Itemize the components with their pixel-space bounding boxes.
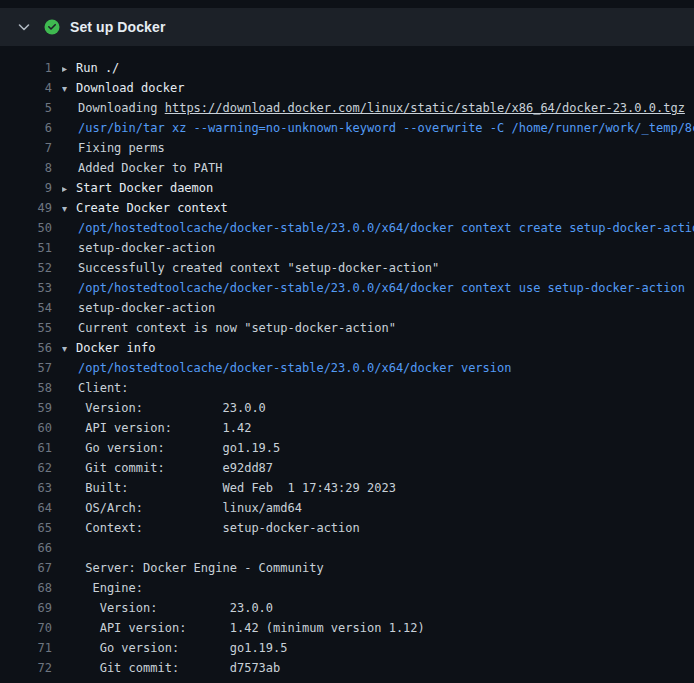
line-number[interactable]: 5 [0,98,62,118]
group-title[interactable]: Docker info [76,341,155,355]
line-number[interactable]: 61 [0,438,62,458]
line-number[interactable]: 59 [0,398,62,418]
log-line[interactable]: 56▾Docker info [0,338,694,358]
collapse-group-icon[interactable]: ▾ [62,199,76,218]
log-line: 67 Server: Docker Engine - Community [0,558,694,578]
log-text: Added Docker to PATH [62,158,694,178]
log-text: API version: 1.42 (minimum version 1.12) [62,618,694,638]
log-line: 64 OS/Arch: linux/amd64 [0,498,694,518]
log-line: 5Downloading https://download.docker.com… [0,98,694,118]
step-title: Set up Docker [70,19,165,35]
line-number[interactable]: 64 [0,498,62,518]
line-number[interactable]: 9 [0,178,62,198]
log-text: Go version: go1.19.5 [62,638,694,658]
log-line: 60 API version: 1.42 [0,418,694,438]
log-line: 50/opt/hostedtoolcache/docker-stable/23.… [0,218,694,238]
log-text: Server: Docker Engine - Community [62,558,694,578]
log-line: 61 Go version: go1.19.5 [0,438,694,458]
log-line: 65 Context: setup-docker-action [0,518,694,538]
line-number[interactable]: 4 [0,78,62,98]
log-text: Version: 23.0.0 [62,398,694,418]
log-text: Version: 23.0.0 [62,598,694,618]
line-number[interactable]: 63 [0,478,62,498]
line-number[interactable]: 53 [0,278,62,298]
collapse-group-icon[interactable]: ▾ [62,79,76,98]
log-text: API version: 1.42 [62,418,694,438]
log-text: Downloading [78,101,165,115]
line-number[interactable]: 65 [0,518,62,538]
log-text: Git commit: d7573ab [62,658,694,678]
line-number[interactable]: 49 [0,198,62,218]
line-number[interactable]: 54 [0,298,62,318]
log-line: 58Client: [0,378,694,398]
line-number[interactable]: 71 [0,638,62,658]
log-line: 57/opt/hostedtoolcache/docker-stable/23.… [0,358,694,378]
line-number[interactable]: 66 [0,538,62,558]
log-line[interactable]: 49▾Create Docker context [0,198,694,218]
line-number[interactable]: 62 [0,458,62,478]
line-number[interactable]: 6 [0,118,62,138]
log-line: 55Current context is now "setup-docker-a… [0,318,694,338]
log-text: setup-docker-action [62,298,694,318]
log-line: 51setup-docker-action [0,238,694,258]
line-number[interactable]: 7 [0,138,62,158]
chevron-down-icon[interactable] [16,19,32,35]
log-line: 7Fixing perms [0,138,694,158]
log-text: Go version: go1.19.5 [62,438,694,458]
step-header[interactable]: Set up Docker [0,8,694,46]
log-line: 6/usr/bin/tar xz --warning=no-unknown-ke… [0,118,694,138]
log-text: OS/Arch: linux/amd64 [62,498,694,518]
line-number[interactable]: 55 [0,318,62,338]
expand-group-icon[interactable]: ▸ [62,59,76,78]
log-line[interactable]: 4▾Download docker [0,78,694,98]
log-text: Client: [62,378,694,398]
log-line: 8Added Docker to PATH [0,158,694,178]
log-line: 72 Git commit: d7573ab [0,658,694,678]
log-line: 66 [0,538,694,558]
log-command-text: /opt/hostedtoolcache/docker-stable/23.0.… [62,278,694,298]
line-number[interactable]: 57 [0,358,62,378]
line-number[interactable]: 72 [0,658,62,678]
line-number[interactable]: 58 [0,378,62,398]
log-line[interactable]: 9▸Start Docker daemon [0,178,694,198]
log-text: Successfully created context "setup-dock… [62,258,694,278]
log-line: 70 API version: 1.42 (minimum version 1.… [0,618,694,638]
line-number[interactable]: 56 [0,338,62,358]
log-command-text: /usr/bin/tar xz --warning=no-unknown-key… [62,118,694,138]
line-number[interactable]: 51 [0,238,62,258]
line-number[interactable]: 50 [0,218,62,238]
log-link[interactable]: https://download.docker.com/linux/static… [165,101,685,115]
log-text: Context: setup-docker-action [62,518,694,538]
log-command-text: /opt/hostedtoolcache/docker-stable/23.0.… [62,218,694,238]
line-number[interactable]: 70 [0,618,62,638]
line-number[interactable]: 69 [0,598,62,618]
log-text: Git commit: e92dd87 [62,458,694,478]
actions-log-panel: Set up Docker 1▸Run ./4▾Download docker5… [0,8,694,683]
line-number[interactable]: 8 [0,158,62,178]
group-title[interactable]: Download docker [76,81,184,95]
log-text: Current context is now "setup-docker-act… [62,318,694,338]
log-line: 63 Built: Wed Feb 1 17:43:29 2023 [0,478,694,498]
log-text: Fixing perms [62,138,694,158]
log-line: 69 Version: 23.0.0 [0,598,694,618]
log-text: setup-docker-action [62,238,694,258]
line-number[interactable]: 1 [0,58,62,78]
line-number[interactable]: 52 [0,258,62,278]
group-title[interactable]: Run ./ [76,61,119,75]
group-title[interactable]: Create Docker context [76,201,228,215]
collapse-group-icon[interactable]: ▾ [62,339,76,358]
log-command-text: /opt/hostedtoolcache/docker-stable/23.0.… [62,358,694,378]
log-line: 54setup-docker-action [0,298,694,318]
expand-group-icon[interactable]: ▸ [62,179,76,198]
line-number[interactable]: 67 [0,558,62,578]
log-line: 59 Version: 23.0.0 [0,398,694,418]
log-line[interactable]: 1▸Run ./ [0,58,694,78]
log-line: 68 Engine: [0,578,694,598]
log-text: Built: Wed Feb 1 17:43:29 2023 [62,478,694,498]
line-number[interactable]: 68 [0,578,62,598]
log-line: 53/opt/hostedtoolcache/docker-stable/23.… [0,278,694,298]
log-line: 52Successfully created context "setup-do… [0,258,694,278]
success-check-icon [44,19,60,35]
line-number[interactable]: 60 [0,418,62,438]
group-title[interactable]: Start Docker daemon [76,181,213,195]
